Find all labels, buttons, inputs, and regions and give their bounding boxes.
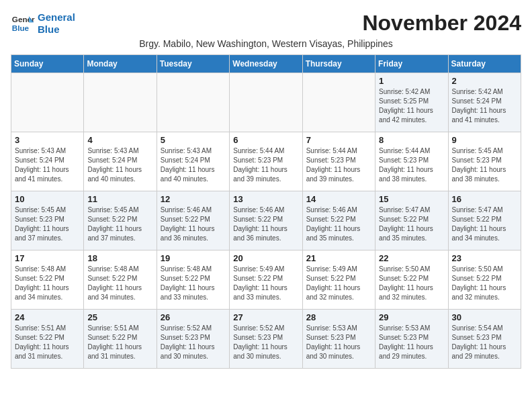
day-number: 27: [233, 312, 298, 322]
day-info: Sunrise: 5:46 AM Sunset: 5:22 PM Dayligh…: [233, 205, 298, 243]
day-number: 1: [379, 76, 444, 86]
calendar-week-3: 10Sunrise: 5:45 AM Sunset: 5:23 PM Dayli…: [11, 191, 521, 250]
day-number: 7: [306, 135, 371, 145]
day-number: 9: [452, 135, 517, 145]
day-number: 14: [306, 194, 371, 204]
calendar-cell: 12Sunrise: 5:46 AM Sunset: 5:22 PM Dayli…: [157, 191, 229, 250]
day-info: Sunrise: 5:50 AM Sunset: 5:22 PM Dayligh…: [452, 265, 517, 302]
calendar-cell: 13Sunrise: 5:46 AM Sunset: 5:22 PM Dayli…: [230, 191, 302, 250]
day-number: 5: [161, 135, 226, 145]
day-number: 25: [87, 312, 152, 322]
day-info: Sunrise: 5:42 AM Sunset: 5:24 PM Dayligh…: [452, 87, 517, 125]
day-number: 20: [233, 253, 298, 263]
day-header-friday: Friday: [375, 55, 448, 73]
day-info: Sunrise: 5:42 AM Sunset: 5:25 PM Dayligh…: [379, 87, 444, 125]
day-info: Sunrise: 5:45 AM Sunset: 5:22 PM Dayligh…: [87, 205, 152, 243]
day-info: Sunrise: 5:45 AM Sunset: 5:23 PM Dayligh…: [452, 146, 517, 184]
calendar-cell: [157, 73, 229, 132]
calendar-cell: 8Sunrise: 5:44 AM Sunset: 5:23 PM Daylig…: [375, 132, 448, 191]
calendar-cell: 3Sunrise: 5:43 AM Sunset: 5:24 PM Daylig…: [11, 132, 84, 191]
day-info: Sunrise: 5:49 AM Sunset: 5:22 PM Dayligh…: [306, 265, 371, 302]
day-number: 17: [15, 253, 80, 263]
calendar-cell: 18Sunrise: 5:48 AM Sunset: 5:22 PM Dayli…: [84, 250, 157, 310]
calendar-week-5: 24Sunrise: 5:51 AM Sunset: 5:22 PM Dayli…: [11, 310, 521, 369]
calendar-cell: 28Sunrise: 5:53 AM Sunset: 5:23 PM Dayli…: [302, 310, 375, 369]
calendar-cell: 19Sunrise: 5:48 AM Sunset: 5:22 PM Dayli…: [157, 250, 229, 310]
day-info: Sunrise: 5:52 AM Sunset: 5:23 PM Dayligh…: [233, 324, 298, 361]
day-number: 6: [233, 135, 298, 145]
day-number: 11: [87, 194, 152, 204]
calendar-cell: 24Sunrise: 5:51 AM Sunset: 5:22 PM Dayli…: [11, 310, 84, 369]
calendar-cell: [230, 73, 302, 132]
logo-text: General Blue: [38, 11, 75, 36]
day-info: Sunrise: 5:54 AM Sunset: 5:23 PM Dayligh…: [452, 324, 517, 361]
day-info: Sunrise: 5:44 AM Sunset: 5:23 PM Dayligh…: [233, 146, 298, 184]
day-number: 26: [161, 312, 226, 322]
day-info: Sunrise: 5:53 AM Sunset: 5:23 PM Dayligh…: [306, 324, 371, 361]
calendar-cell: 15Sunrise: 5:47 AM Sunset: 5:22 PM Dayli…: [375, 191, 448, 250]
day-info: Sunrise: 5:43 AM Sunset: 5:24 PM Dayligh…: [15, 146, 80, 184]
day-info: Sunrise: 5:43 AM Sunset: 5:24 PM Dayligh…: [161, 146, 226, 184]
calendar-cell: 27Sunrise: 5:52 AM Sunset: 5:23 PM Dayli…: [230, 310, 302, 369]
day-number: 3: [15, 135, 80, 145]
calendar-cell: 14Sunrise: 5:46 AM Sunset: 5:22 PM Dayli…: [302, 191, 375, 250]
day-number: 4: [87, 135, 152, 145]
calendar-cell: 29Sunrise: 5:53 AM Sunset: 5:23 PM Dayli…: [375, 310, 448, 369]
calendar-cell: 4Sunrise: 5:43 AM Sunset: 5:24 PM Daylig…: [84, 132, 157, 191]
day-number: 22: [379, 253, 444, 263]
day-number: 10: [15, 194, 80, 204]
calendar-week-2: 3Sunrise: 5:43 AM Sunset: 5:24 PM Daylig…: [11, 132, 521, 191]
header: General Blue General Blue November 2024: [11, 11, 521, 36]
logo: General Blue General Blue: [11, 11, 75, 36]
day-header-monday: Monday: [84, 55, 157, 73]
calendar-cell: 17Sunrise: 5:48 AM Sunset: 5:22 PM Dayli…: [11, 250, 84, 310]
day-header-tuesday: Tuesday: [157, 55, 229, 73]
day-info: Sunrise: 5:48 AM Sunset: 5:22 PM Dayligh…: [161, 265, 226, 302]
calendar-cell: 10Sunrise: 5:45 AM Sunset: 5:23 PM Dayli…: [11, 191, 84, 250]
calendar-cell: 6Sunrise: 5:44 AM Sunset: 5:23 PM Daylig…: [230, 132, 302, 191]
day-number: 15: [379, 194, 444, 204]
day-number: 19: [161, 253, 226, 263]
day-header-saturday: Saturday: [448, 55, 521, 73]
day-info: Sunrise: 5:50 AM Sunset: 5:22 PM Dayligh…: [379, 265, 444, 302]
day-info: Sunrise: 5:48 AM Sunset: 5:22 PM Dayligh…: [15, 265, 80, 302]
calendar-cell: 23Sunrise: 5:50 AM Sunset: 5:22 PM Dayli…: [448, 250, 521, 310]
calendar-cell: 1Sunrise: 5:42 AM Sunset: 5:25 PM Daylig…: [375, 73, 448, 132]
day-info: Sunrise: 5:51 AM Sunset: 5:22 PM Dayligh…: [15, 324, 80, 361]
day-info: Sunrise: 5:51 AM Sunset: 5:22 PM Dayligh…: [87, 324, 152, 361]
day-info: Sunrise: 5:45 AM Sunset: 5:23 PM Dayligh…: [15, 205, 80, 243]
calendar-cell: [11, 73, 84, 132]
day-number: 18: [87, 253, 152, 263]
day-number: 28: [306, 312, 371, 322]
day-info: Sunrise: 5:48 AM Sunset: 5:22 PM Dayligh…: [87, 265, 152, 302]
day-info: Sunrise: 5:53 AM Sunset: 5:23 PM Dayligh…: [379, 324, 444, 361]
calendar-cell: 22Sunrise: 5:50 AM Sunset: 5:22 PM Dayli…: [375, 250, 448, 310]
calendar-cell: 26Sunrise: 5:52 AM Sunset: 5:23 PM Dayli…: [157, 310, 229, 369]
day-info: Sunrise: 5:47 AM Sunset: 5:22 PM Dayligh…: [379, 205, 444, 243]
day-number: 23: [452, 253, 517, 263]
day-info: Sunrise: 5:46 AM Sunset: 5:22 PM Dayligh…: [161, 205, 226, 243]
day-info: Sunrise: 5:49 AM Sunset: 5:22 PM Dayligh…: [233, 265, 298, 302]
day-number: 21: [306, 253, 371, 263]
calendar-header-row: SundayMondayTuesdayWednesdayThursdayFrid…: [11, 55, 521, 73]
day-header-thursday: Thursday: [302, 55, 375, 73]
calendar-cell: 21Sunrise: 5:49 AM Sunset: 5:22 PM Dayli…: [302, 250, 375, 310]
svg-text:Blue: Blue: [12, 23, 30, 32]
calendar-cell: 30Sunrise: 5:54 AM Sunset: 5:23 PM Dayli…: [448, 310, 521, 369]
day-number: 13: [233, 194, 298, 204]
calendar-week-1: 1Sunrise: 5:42 AM Sunset: 5:25 PM Daylig…: [11, 73, 521, 132]
day-header-sunday: Sunday: [11, 55, 84, 73]
day-info: Sunrise: 5:46 AM Sunset: 5:22 PM Dayligh…: [306, 205, 371, 243]
day-number: 12: [161, 194, 226, 204]
day-header-wednesday: Wednesday: [230, 55, 302, 73]
day-number: 2: [452, 76, 517, 86]
calendar-cell: 9Sunrise: 5:45 AM Sunset: 5:23 PM Daylig…: [448, 132, 521, 191]
day-number: 29: [379, 312, 444, 322]
day-number: 24: [15, 312, 80, 322]
calendar-table: SundayMondayTuesdayWednesdayThursdayFrid…: [11, 54, 521, 369]
calendar-cell: 16Sunrise: 5:47 AM Sunset: 5:22 PM Dayli…: [448, 191, 521, 250]
day-info: Sunrise: 5:44 AM Sunset: 5:23 PM Dayligh…: [379, 146, 444, 184]
calendar-week-4: 17Sunrise: 5:48 AM Sunset: 5:22 PM Dayli…: [11, 250, 521, 310]
day-info: Sunrise: 5:44 AM Sunset: 5:23 PM Dayligh…: [306, 146, 371, 184]
calendar-cell: 2Sunrise: 5:42 AM Sunset: 5:24 PM Daylig…: [448, 73, 521, 132]
